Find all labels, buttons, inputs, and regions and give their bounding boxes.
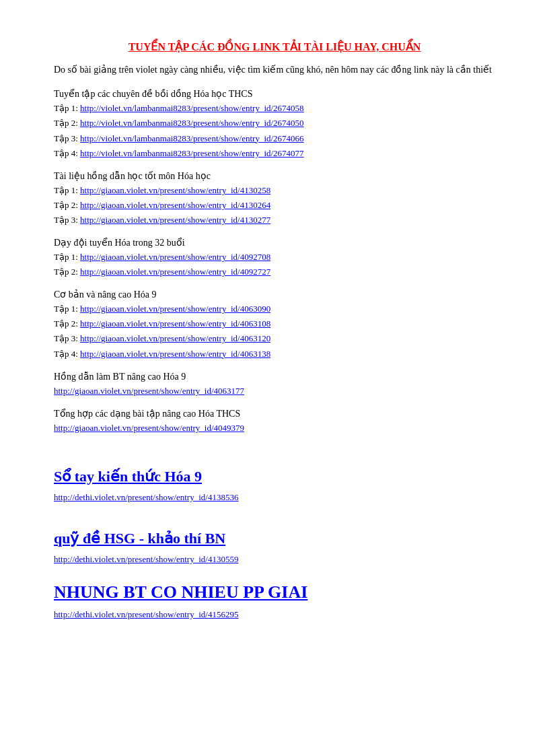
link-label-3-3: Tập 4: (54, 349, 80, 359)
section-title-2: Dạy đội tuyển Hóa trong 32 buổi (54, 237, 495, 248)
link-0-1[interactable]: http://violet.vn/lambanmai8283/present/s… (80, 118, 304, 128)
section-2: Dạy đội tuyển Hóa trong 32 buổiTập 1: ht… (54, 237, 495, 279)
link-label-1-1: Tập 2: (54, 200, 80, 210)
link-line-5-0: http://giaoan.violet.vn/present/show/ent… (54, 421, 495, 436)
link-2-0[interactable]: http://giaoan.violet.vn/present/show/ent… (80, 252, 270, 262)
link-line-0-1: Tập 2: http://violet.vn/lambanmai8283/pr… (54, 116, 495, 131)
link-line-2-1: Tập 2: http://giaoan.violet.vn/present/s… (54, 265, 495, 279)
big-section-title-1: quỹ đề HSG - khảo thí BN (54, 530, 495, 547)
link-line-1-1: Tập 2: http://giaoan.violet.vn/present/s… (54, 198, 495, 213)
link-label-2-0: Tập 1: (54, 252, 80, 262)
link-label-0-3: Tập 4: (54, 148, 80, 158)
link-line-3-3: Tập 4: http://giaoan.violet.vn/present/s… (54, 347, 495, 362)
link-label-3-2: Tập 3: (54, 333, 80, 343)
link-line-0-3: Tập 4: http://violet.vn/lambanmai8283/pr… (54, 146, 495, 161)
link-label-0-0: Tập 1: (54, 103, 80, 113)
link-label-1-2: Tập 3: (54, 215, 80, 225)
section-title-4: Hồng dẫn làm BT nâng cao Hóa 9 (54, 371, 495, 382)
biggest-section-title: NHUNG BT CO NHIEU PP GIAI (54, 582, 495, 603)
link-3-1[interactable]: http://giaoan.violet.vn/present/show/ent… (80, 318, 270, 329)
link-line-0-0: Tập 1: http://violet.vn/lambanmai8283/pr… (54, 101, 495, 116)
section-title-5: Tổng hợp các dạng bài tập nâng cao Hóa T… (54, 408, 495, 419)
link-5-0[interactable]: http://giaoan.violet.vn/present/show/ent… (54, 423, 244, 433)
link-label-2-1: Tập 2: (54, 267, 80, 277)
big-section-link-1[interactable]: http://dethi.violet.vn/present/show/entr… (54, 554, 495, 565)
section-0: Tuyển tập các chuyên đề bồi dồng Hóa học… (54, 88, 495, 160)
section-1: Tài liệu hồng dẫn học tốt môn Hóa họcTập… (54, 170, 495, 228)
link-line-2-0: Tập 1: http://giaoan.violet.vn/present/s… (54, 250, 495, 265)
link-line-4-0: http://giaoan.violet.vn/present/show/ent… (54, 384, 495, 399)
link-0-2[interactable]: http://violet.vn/lambanmai8283/present/s… (80, 133, 304, 143)
link-0-3[interactable]: http://violet.vn/lambanmai8283/present/s… (80, 148, 304, 158)
main-title: TUYỂN TẬP CÁC ĐỒNG LINK TẢI TÀI LIỆU HAY… (54, 40, 495, 53)
link-1-2[interactable]: http://giaoan.violet.vn/present/show/ent… (80, 215, 270, 225)
big-section-title-0: Sổ tay kiến thức Hóa 9 (54, 468, 495, 485)
link-label-3-0: Tập 1: (54, 304, 80, 314)
link-label-0-1: Tập 2: (54, 118, 80, 128)
link-3-3[interactable]: http://giaoan.violet.vn/present/show/ent… (80, 349, 270, 359)
link-label-0-2: Tập 3: (54, 133, 80, 143)
section-5: Tổng hợp các dạng bài tập nâng cao Hóa T… (54, 408, 495, 436)
section-3: Cơ bản và nâng cao Hóa 9Tập 1: http://gi… (54, 289, 495, 361)
section-title-0: Tuyển tập các chuyên đề bồi dồng Hóa học… (54, 88, 495, 100)
link-line-0-2: Tập 3: http://violet.vn/lambanmai8283/pr… (54, 131, 495, 146)
link-1-1[interactable]: http://giaoan.violet.vn/present/show/ent… (80, 200, 270, 210)
link-line-3-0: Tập 1: http://giaoan.violet.vn/present/s… (54, 302, 495, 316)
section-title-1: Tài liệu hồng dẫn học tốt môn Hóa học (54, 170, 495, 182)
big-section-link-0[interactable]: http://dethi.violet.vn/present/show/entr… (54, 492, 495, 503)
link-label-1-0: Tập 1: (54, 185, 80, 195)
link-1-0[interactable]: http://giaoan.violet.vn/present/show/ent… (80, 185, 270, 195)
link-line-3-2: Tập 3: http://giaoan.violet.vn/present/s… (54, 331, 495, 346)
section-title-3: Cơ bản và nâng cao Hóa 9 (54, 289, 495, 300)
link-label-3-1: Tập 2: (54, 318, 80, 329)
link-line-1-2: Tập 3: http://giaoan.violet.vn/present/s… (54, 213, 495, 228)
section-4: Hồng dẫn làm BT nâng cao Hóa 9http://gia… (54, 371, 495, 399)
link-0-0[interactable]: http://violet.vn/lambanmai8283/present/s… (80, 103, 304, 113)
link-line-3-1: Tập 2: http://giaoan.violet.vn/present/s… (54, 316, 495, 331)
link-3-2[interactable]: http://giaoan.violet.vn/present/show/ent… (80, 333, 270, 343)
link-4-0[interactable]: http://giaoan.violet.vn/present/show/ent… (54, 386, 244, 396)
link-2-1[interactable]: http://giaoan.violet.vn/present/show/ent… (80, 267, 270, 277)
intro-text: Do số bài giảng trên violet ngày càng nh… (54, 63, 495, 77)
biggest-section-link[interactable]: http://dethi.violet.vn/present/show/entr… (54, 609, 495, 620)
link-line-1-0: Tập 1: http://giaoan.violet.vn/present/s… (54, 183, 495, 198)
link-3-0[interactable]: http://giaoan.violet.vn/present/show/ent… (80, 304, 270, 314)
